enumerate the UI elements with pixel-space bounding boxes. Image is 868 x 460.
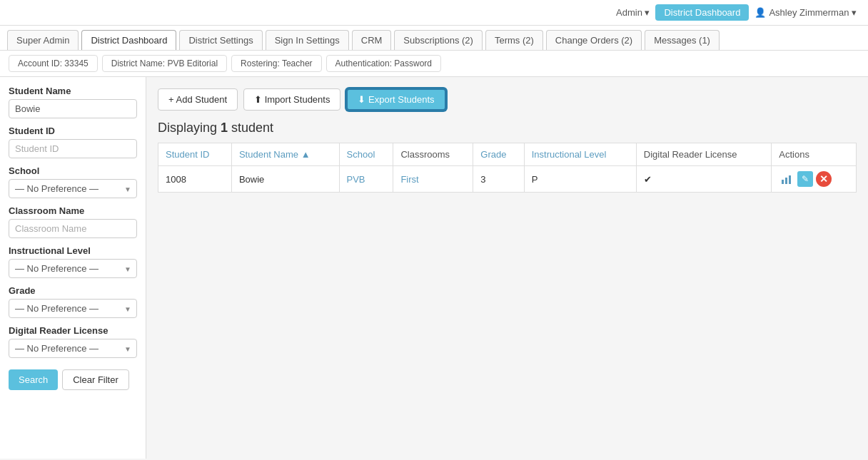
school-label: School	[9, 165, 137, 176]
admin-dropdown[interactable]: Admin ▾	[616, 7, 650, 18]
school-link[interactable]: PVB	[347, 174, 365, 185]
clear-filter-button[interactable]: Clear Filter	[62, 369, 129, 390]
cell-digital-reader-license: ✔	[636, 166, 772, 193]
authentication-info: Authentication: Password	[326, 55, 441, 72]
tab-messages[interactable]: Messages (1)	[645, 30, 720, 50]
cell-classrooms: First	[393, 166, 473, 193]
table-row: 1008 Bowie PVB First 3 P ✔	[158, 166, 857, 193]
rostering-info: Rostering: Teacher	[231, 55, 322, 72]
digital-reader-label: Digital Reader License	[9, 325, 137, 336]
classroom-link[interactable]: First	[400, 174, 418, 185]
col-student-id[interactable]: Student ID	[158, 143, 232, 166]
instructional-select-wrapper: — No Preference —	[9, 259, 137, 278]
col-grade[interactable]: Grade	[473, 143, 524, 166]
search-button[interactable]: Search	[9, 369, 58, 390]
col-school[interactable]: School	[339, 143, 393, 166]
user-menu[interactable]: 👤 Ashley Zimmerman ▾	[755, 7, 857, 18]
sidebar: Student Name Student ID School — No Pref…	[0, 77, 146, 459]
action-buttons: + Add Student ⬆ Import Students ⬇ Export…	[158, 88, 857, 111]
students-table: Student ID Student Name ▲ School Classro…	[158, 143, 857, 193]
cell-student-name: Bowie	[231, 166, 339, 193]
tab-subscriptions[interactable]: Subscriptions (2)	[394, 30, 483, 50]
info-bar: Account ID: 33345 District Name: PVB Edi…	[0, 51, 868, 77]
tab-super-admin[interactable]: Super Admin	[7, 30, 79, 50]
tab-terms[interactable]: Terms (2)	[485, 30, 543, 50]
user-icon: 👤	[755, 7, 766, 18]
col-actions: Actions	[772, 143, 857, 166]
cell-actions: ✎ ✕	[772, 166, 857, 193]
classroom-input[interactable]	[9, 219, 137, 238]
edit-icon[interactable]: ✎	[797, 171, 813, 187]
student-id-label: Student ID	[9, 126, 137, 136]
col-classrooms: Classrooms	[393, 143, 473, 166]
cell-student-id: 1008	[158, 166, 232, 193]
displaying-count-text: Displaying 1 student	[158, 121, 857, 136]
chart-icon[interactable]	[779, 171, 794, 187]
digital-select-wrapper: — No Preference —	[9, 339, 137, 358]
action-icons: ✎ ✕	[779, 171, 849, 187]
delete-icon[interactable]: ✕	[816, 171, 832, 187]
instructional-level-select[interactable]: — No Preference —	[9, 259, 137, 278]
grade-label: Grade	[9, 285, 137, 296]
svg-rect-2	[789, 175, 791, 184]
cell-instructional-level: P	[524, 166, 636, 193]
student-name-input[interactable]	[9, 99, 137, 118]
grade-select[interactable]: — No Preference —	[9, 299, 137, 318]
digital-reader-select[interactable]: — No Preference —	[9, 339, 137, 358]
content-area: + Add Student ⬆ Import Students ⬇ Export…	[146, 77, 868, 459]
export-students-button[interactable]: ⬇ Export Students	[346, 88, 445, 111]
tab-crm[interactable]: CRM	[352, 30, 392, 50]
classroom-label: Classroom Name	[9, 205, 137, 216]
svg-rect-0	[782, 180, 784, 184]
add-student-button[interactable]: + Add Student	[158, 88, 238, 111]
import-students-button[interactable]: ⬆ Import Students	[243, 88, 340, 111]
cell-grade: 3	[473, 166, 524, 193]
tab-district-settings[interactable]: District Settings	[179, 30, 262, 50]
top-bar: Admin ▾ District Dashboard 👤 Ashley Zimm…	[0, 0, 868, 26]
tab-sign-in-settings[interactable]: Sign In Settings	[266, 30, 349, 50]
student-id-input[interactable]	[9, 139, 137, 158]
account-id-info: Account ID: 33345	[9, 55, 98, 72]
svg-rect-1	[785, 178, 787, 184]
grade-select-wrapper: — No Preference —	[9, 299, 137, 318]
filter-buttons: Search Clear Filter	[9, 369, 137, 390]
main-layout: Student Name Student ID School — No Pref…	[0, 77, 868, 459]
nav-tabs: Super Admin District Dashboard District …	[0, 26, 868, 51]
cell-school: PVB	[339, 166, 393, 193]
tab-district-dashboard[interactable]: District Dashboard	[81, 30, 176, 50]
district-dashboard-button[interactable]: District Dashboard	[655, 4, 749, 21]
district-name-info: District Name: PVB Editorial	[102, 55, 227, 72]
school-select[interactable]: — No Preference —	[9, 179, 137, 198]
school-select-wrapper: — No Preference —	[9, 179, 137, 198]
col-student-name[interactable]: Student Name ▲	[231, 143, 339, 166]
table-header-row: Student ID Student Name ▲ School Classro…	[158, 143, 857, 166]
student-name-label: Student Name	[9, 86, 137, 96]
col-digital-reader-license: Digital Reader License	[636, 143, 772, 166]
instructional-level-label: Instructional Level	[9, 245, 137, 256]
col-instructional-level[interactable]: Instructional Level	[524, 143, 636, 166]
tab-change-orders[interactable]: Change Orders (2)	[546, 30, 642, 50]
